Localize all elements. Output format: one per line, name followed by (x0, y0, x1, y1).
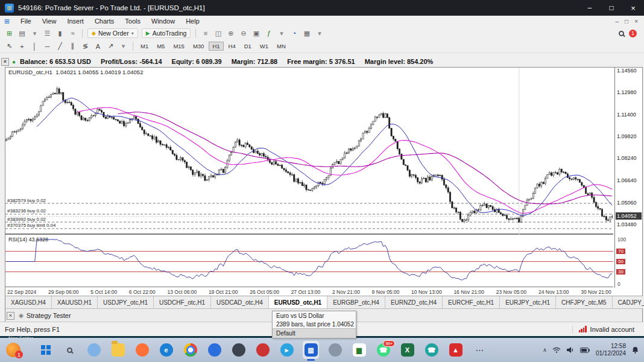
timeframe-w1-button[interactable]: W1 (256, 42, 272, 51)
notification-badge[interactable]: 1 (629, 30, 637, 37)
tab-usdcad-otc-h4[interactable]: USDCAD_otc,H4 (211, 296, 269, 308)
app-gray-icon[interactable] (327, 341, 343, 359)
tile-windows-icon[interactable]: ▣ (250, 28, 262, 39)
child-minimize-button[interactable]: – (616, 18, 619, 25)
tab-xauusd-h1[interactable]: XAUUSD,H1 (52, 296, 98, 308)
trendline-icon[interactable]: ╱ (54, 41, 66, 52)
tray-chevron-up-icon[interactable]: ∧ (543, 347, 547, 353)
browser-red-icon[interactable] (254, 341, 271, 359)
excel-icon[interactable]: X (399, 341, 415, 359)
tab-chfjpy-otc-m5[interactable]: CHFJPY_otc,M5 (556, 296, 612, 308)
child-close-button[interactable]: × (634, 18, 638, 25)
messenger-icon[interactable]: ☎99+ (375, 341, 391, 359)
chrome-icon[interactable] (182, 341, 198, 359)
indicators-icon[interactable]: ƒ (263, 28, 274, 39)
tab-cadjpy-otc-h1[interactable]: CADJPY_otc,H1 (613, 296, 644, 308)
battery-icon[interactable] (580, 348, 590, 353)
trading-terminal-icon[interactable]: ▥ (303, 341, 319, 359)
child-restore-button[interactable]: □ (625, 18, 628, 25)
autotrading-button[interactable]: ▶ AutoTrading (142, 28, 191, 38)
timeframe-m30-button[interactable]: M30 (189, 42, 207, 51)
text-icon[interactable]: A (92, 41, 104, 52)
tab-eurjpy-otc-h1[interactable]: EURJPY_otc,H1 (500, 296, 556, 308)
templates-icon[interactable]: ▦ (301, 28, 312, 39)
tab-usdjpy-otc-h1[interactable]: USDJPY_otc,H1 (98, 296, 154, 308)
vertical-line-icon[interactable]: │ (29, 41, 40, 52)
zoom-out-icon[interactable]: ⊖ (238, 28, 249, 39)
maximize-button[interactable]: □ (601, 0, 622, 16)
depth-of-market-icon[interactable]: ≡ (200, 28, 211, 39)
chart-candles-icon[interactable]: ▮ (54, 28, 66, 39)
templates-dropdown-icon[interactable]: ▾ (314, 28, 325, 39)
copilot-icon[interactable] (86, 341, 102, 359)
globe-browser-icon[interactable] (206, 341, 223, 359)
start-button[interactable] (37, 341, 54, 359)
crosshair-icon[interactable]: + (16, 41, 28, 52)
price-chart-canvas[interactable] (5, 68, 613, 235)
wifi-icon[interactable] (552, 347, 561, 353)
phone-app-icon[interactable]: ☎ (423, 341, 440, 359)
cursor-icon[interactable]: ⇖ (4, 41, 15, 52)
symbols-icon[interactable]: ◫ (212, 28, 224, 39)
profiles-icon[interactable]: ▤ (16, 28, 28, 39)
timeframe-h4-button[interactable]: H4 (225, 42, 239, 51)
time-axis[interactable]: 22 Sep 2024 29 Sep 06:00 5 Oct 14:00 6 O… (5, 288, 613, 296)
rsi-axis[interactable]: 1007050300 (614, 236, 642, 288)
rsi-indicator-panel[interactable]: RSI(14) 43.6328 (5, 236, 613, 287)
periods-icon[interactable]: ◔ (288, 28, 300, 39)
menu-help[interactable]: Help (180, 17, 205, 25)
arrows-icon[interactable]: ↗ (105, 41, 116, 52)
menu-window[interactable]: Window (146, 17, 180, 25)
notification-bell-icon[interactable] (631, 346, 639, 354)
zoom-in-icon[interactable]: ⊕ (225, 28, 236, 39)
tab-eurnzd-otc-h4[interactable]: EURNZD_otc,H4 (385, 296, 443, 308)
menu-tools[interactable]: Tools (119, 17, 146, 25)
tab-eurchf-otc-h1[interactable]: EURCHF_otc,H1 (443, 296, 500, 308)
acrobat-icon[interactable]: ▲ (447, 341, 464, 359)
fibonacci-icon[interactable]: ≶ (80, 41, 91, 52)
horizontal-line-icon[interactable]: ─ (42, 41, 53, 52)
tab-eurgbp-otc-h4[interactable]: EURGBP_otc,H4 (327, 296, 385, 308)
timeframe-m1-button[interactable]: M1 (137, 42, 152, 51)
explorer-icon[interactable] (110, 341, 126, 359)
timeframe-h1-button[interactable]: H1 (209, 42, 223, 51)
menu-charts[interactable]: Charts (89, 17, 119, 25)
strategy-tester-label[interactable]: Strategy Tester (27, 312, 71, 319)
menu-file[interactable]: File (15, 17, 37, 25)
timeframe-mn-button[interactable]: MN (273, 42, 289, 51)
equidistant-channel-icon[interactable]: ∥ (67, 41, 78, 52)
charts-app-icon[interactable]: ▆ (351, 341, 367, 359)
minimize-button[interactable]: – (579, 0, 601, 16)
chart-bars-icon[interactable]: ☰ (42, 28, 53, 39)
more-apps-icon[interactable]: ⋯ (472, 341, 488, 359)
tab-eurusd-otc-h1[interactable]: EURUSD_otc,H1 (269, 296, 327, 308)
new-order-button[interactable]: ◆ New Order ▾ (87, 28, 138, 38)
volume-icon[interactable] (566, 346, 575, 354)
objects-dropdown-icon[interactable]: ▾ (118, 41, 129, 52)
search-icon[interactable] (619, 31, 624, 36)
new-chart-icon[interactable]: ⊞ (4, 28, 15, 39)
close-button[interactable]: × (622, 0, 644, 16)
telegram-icon[interactable]: ▸ (279, 341, 295, 359)
rsi-canvas[interactable] (5, 236, 613, 287)
price-chart-panel[interactable]: EURUSD_otc,H1 1.04021 1.04055 1.04019 1.… (5, 68, 613, 235)
timeframe-m5-button[interactable]: M5 (153, 42, 168, 51)
profiles-dropdown-icon[interactable]: ▾ (29, 28, 40, 39)
taskbar-clock[interactable]: 12:58 01/12/2024 (596, 343, 626, 358)
tab-xagusd-h4[interactable]: XAGUSD,H4 (5, 296, 52, 308)
close-tester-button[interactable]: × (7, 312, 14, 320)
price-axis[interactable]: 1.145601.129801.114001.098201.082401.066… (614, 68, 642, 236)
menu-insert[interactable]: Insert (62, 17, 89, 25)
indicators-dropdown-icon[interactable]: ▾ (276, 28, 287, 39)
menu-view[interactable]: View (37, 17, 62, 25)
firefox-icon[interactable] (134, 341, 150, 359)
close-panel-button[interactable]: × (1, 58, 9, 66)
browser-profile-icon[interactable]: 1 (6, 343, 21, 357)
timeframe-m15-button[interactable]: M15 (169, 42, 188, 51)
search-icon[interactable] (62, 341, 78, 359)
obs-studio-icon[interactable] (230, 341, 247, 359)
edge-icon[interactable]: e (158, 341, 174, 359)
chart-line-icon[interactable]: ≈ (67, 28, 78, 39)
tab-usdchf-otc-h1[interactable]: USDCHF_otc,H1 (154, 296, 211, 308)
timeframe-d1-button[interactable]: D1 (241, 42, 255, 51)
